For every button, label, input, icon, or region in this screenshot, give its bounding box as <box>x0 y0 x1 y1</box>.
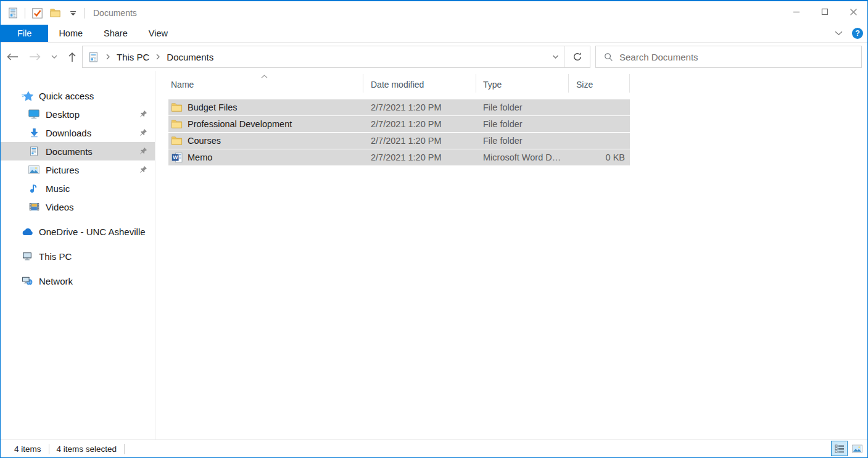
sidebar-item-pictures[interactable]: Pictures <box>1 160 155 179</box>
search-icon <box>604 52 613 62</box>
up-button[interactable] <box>62 46 82 67</box>
address-dropdown-chevron-icon[interactable] <box>546 46 564 67</box>
toolbar-separator <box>85 8 85 19</box>
file-type: File folder <box>476 136 569 146</box>
tab-home[interactable]: Home <box>48 25 93 42</box>
window-title: Documents <box>93 8 137 18</box>
sidebar-item-label: Desktop <box>46 109 80 120</box>
sidebar-item-videos[interactable]: Videos <box>1 198 155 216</box>
file-row-courses[interactable]: Courses 2/7/2021 1:20 PM File folder <box>168 133 630 149</box>
sidebar-item-onedrive[interactable]: OneDrive - UNC Asheville <box>1 222 155 241</box>
column-header-name[interactable]: Name <box>168 74 363 93</box>
sidebar-item-label: Downloads <box>46 128 91 138</box>
tab-view[interactable]: View <box>138 25 178 42</box>
file-name: Courses <box>188 136 221 146</box>
music-icon <box>28 183 40 194</box>
sidebar-item-label: Music <box>46 183 70 194</box>
this-pc-icon <box>21 251 33 262</box>
tab-share[interactable]: Share <box>93 25 138 42</box>
title-bar: Documents <box>1 1 867 25</box>
column-header-type[interactable]: Type <box>476 74 569 93</box>
recent-locations-chevron-icon[interactable] <box>46 46 62 67</box>
customize-toolbar-icon[interactable] <box>67 6 79 20</box>
maximize-button[interactable] <box>811 1 839 22</box>
breadcrumb-documents[interactable]: Documents <box>163 52 217 62</box>
sidebar-item-documents[interactable]: Documents <box>1 142 155 160</box>
sidebar-item-label: OneDrive - UNC Asheville <box>39 227 146 237</box>
file-row-budget-files[interactable]: Budget Files 2/7/2021 1:20 PM File folde… <box>168 99 630 115</box>
location-document-icon <box>88 52 99 62</box>
breadcrumb-chevron-icon[interactable] <box>103 54 113 60</box>
ribbon-tab-row: File Home Share View ? <box>1 25 867 43</box>
quick-access-star-icon <box>21 90 33 101</box>
navigation-bar: This PC Documents <box>1 43 867 71</box>
desktop-icon <box>28 109 40 120</box>
folder-icon <box>171 136 183 146</box>
view-toggles <box>831 441 866 456</box>
sidebar-item-label: Documents <box>46 146 93 157</box>
refresh-button[interactable] <box>565 46 590 67</box>
minimize-button[interactable] <box>782 1 811 22</box>
column-header-date-modified[interactable]: Date modified <box>363 74 476 93</box>
svg-text:W: W <box>173 154 178 160</box>
window-controls <box>782 1 867 25</box>
sidebar-item-label: This PC <box>39 251 72 262</box>
sort-ascending-icon <box>261 75 268 78</box>
pin-icon <box>139 110 147 118</box>
sidebar-item-quick-access[interactable]: Quick access <box>1 86 155 105</box>
navigation-pane: Quick access Desktop Downloads <box>1 71 155 439</box>
pin-icon <box>139 165 147 173</box>
column-header-size[interactable]: Size <box>569 74 630 93</box>
explorer-document-icon <box>7 6 19 20</box>
breadcrumb-chevron-icon[interactable] <box>153 54 163 60</box>
sidebar-item-network[interactable]: Network <box>1 272 155 290</box>
file-type: Microsoft Word D… <box>476 152 569 162</box>
search-box[interactable] <box>595 46 862 68</box>
column-headers: Name Date modified Type Size <box>168 74 867 93</box>
sidebar-item-label: Quick access <box>39 91 94 101</box>
folder-icon <box>171 119 183 130</box>
file-explorer-window: Documents File Home Share View ? <box>0 0 868 458</box>
status-separator <box>124 444 125 454</box>
file-type: File folder <box>476 102 569 112</box>
large-icons-view-button[interactable] <box>849 441 866 456</box>
pin-icon <box>139 128 147 136</box>
file-date-modified: 2/7/2021 1:20 PM <box>363 136 476 146</box>
address-bar[interactable]: This PC Documents <box>82 46 590 68</box>
file-rows: Budget Files 2/7/2021 1:20 PM File folde… <box>168 99 630 165</box>
back-button[interactable] <box>1 46 24 67</box>
sidebar-item-label: Pictures <box>46 165 79 175</box>
sidebar-item-music[interactable]: Music <box>1 179 155 198</box>
search-input[interactable] <box>619 46 861 67</box>
new-folder-icon[interactable] <box>49 6 61 20</box>
file-name: Memo <box>188 152 212 162</box>
details-view-button[interactable] <box>831 441 848 456</box>
file-date-modified: 2/7/2021 1:20 PM <box>363 102 476 112</box>
file-size: 0 KB <box>569 152 630 162</box>
folder-icon <box>171 102 183 113</box>
file-row-professional-development[interactable]: Professional Development 2/7/2021 1:20 P… <box>168 116 630 132</box>
selection-count: 4 items selected <box>57 444 117 454</box>
downloads-icon <box>28 127 40 138</box>
file-date-modified: 2/7/2021 1:20 PM <box>363 119 476 129</box>
close-button[interactable] <box>839 1 867 22</box>
videos-icon <box>28 201 40 212</box>
sidebar-item-this-pc[interactable]: This PC <box>1 247 155 265</box>
tab-file[interactable]: File <box>1 25 48 42</box>
pin-icon <box>139 147 147 155</box>
file-name: Budget Files <box>188 102 238 112</box>
sidebar-item-desktop[interactable]: Desktop <box>1 105 155 123</box>
documents-icon <box>28 146 40 157</box>
onedrive-cloud-icon <box>21 226 33 237</box>
breadcrumb-this-pc[interactable]: This PC <box>113 52 153 62</box>
sidebar-item-downloads[interactable]: Downloads <box>1 123 155 142</box>
file-date-modified: 2/7/2021 1:20 PM <box>363 152 476 162</box>
help-button[interactable]: ? <box>852 28 863 39</box>
toolbar-separator <box>25 8 25 19</box>
forward-button[interactable] <box>24 46 46 67</box>
expand-ribbon-chevron-icon[interactable] <box>835 31 843 36</box>
properties-check-icon[interactable] <box>31 6 43 20</box>
file-row-memo[interactable]: W Memo 2/7/2021 1:20 PM Microsoft Word D… <box>168 149 630 165</box>
file-list-pane: Name Date modified Type Size <box>155 71 867 439</box>
network-icon <box>21 275 33 286</box>
